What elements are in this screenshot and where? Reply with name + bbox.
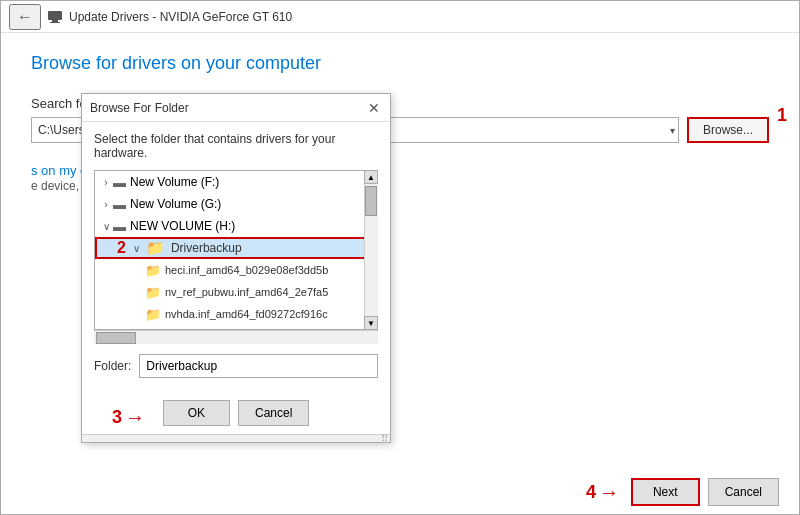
svg-rect-0 [48,11,62,20]
browse-button[interactable]: Browse... [687,117,769,143]
svg-rect-2 [50,22,60,23]
dialog-buttons: 3 → OK Cancel [82,400,390,434]
tree-label-g: New Volume (G:) [130,197,221,211]
dialog-instruction: Select the folder that contains drivers … [94,132,378,160]
tree-item-floppy-f[interactable]: › ▬ New Volume (F:) [95,171,377,193]
drive-icon-h: ▬ [113,219,126,234]
scroll-thumb[interactable] [365,186,377,216]
dialog-resize[interactable]: ⠿ [82,434,390,442]
titlebar: ← Update Drivers - NVIDIA GeForce GT 610 [1,1,799,33]
folder-icon-nvhda: 📁 [145,307,161,322]
annotation-4-arrow: → [599,481,619,504]
tree-wrapper: › ▬ New Volume (F:) › ▬ New Volume (G:) … [94,170,378,330]
tree-label-f: New Volume (F:) [130,175,219,189]
dialog-body: Select the folder that contains drivers … [82,122,390,388]
folder-icon-nv: 📁 [145,285,161,300]
scroll-down-btn[interactable]: ▼ [364,316,378,330]
page-heading: Browse for drivers on your computer [31,53,769,74]
dialog-cancel-button[interactable]: Cancel [238,400,309,426]
drive-icon-g: ▬ [113,197,126,212]
next-button[interactable]: Next [631,478,700,506]
annotation-4: 4 → [586,481,619,504]
expand-icon-g[interactable]: › [99,199,113,210]
browse-wrapper: Browse... 1 [687,117,769,143]
tree-label-h: NEW VOLUME (H:) [130,219,235,233]
folder-icon-driverbackup: 📁 [146,239,165,257]
annotation-1: 1 [777,105,787,126]
svg-rect-1 [52,20,58,22]
expand-icon-f[interactable]: › [99,177,113,188]
tree-item-driverbackup[interactable]: 2 ∨ 📁 Driverbackup [95,237,377,259]
main-content: Browse for drivers on your computer Sear… [1,33,799,470]
folder-icon-nvstush: 📁 [145,329,161,331]
bottom-action-area: 4 → Next Cancel [1,470,799,514]
cancel-button[interactable]: Cancel [708,478,779,506]
tree-item-nvhda[interactable]: 📁 nvhda.inf_amd64_fd09272cf916c [95,303,377,325]
tree-scrollbar[interactable]: ▲ ▼ [364,170,378,330]
dialog-titlebar: Browse For Folder ✕ [82,94,390,122]
resize-grip-icon: ⠿ [381,433,388,444]
tree-item-floppy-g[interactable]: › ▬ New Volume (G:) [95,193,377,215]
tree-label-heci: heci.inf_amd64_b029e08ef3dd5b [165,264,328,276]
dialog-close-button[interactable]: ✕ [366,100,382,116]
tree-label-driverbackup: Driverbackup [171,241,242,255]
expand-icon-h[interactable]: ∨ [99,221,113,232]
annotation-3: 3 → [112,406,145,429]
annotation-4-num: 4 [586,482,596,503]
tree-item-floppy-h[interactable]: ∨ ▬ NEW VOLUME (H:) [95,215,377,237]
tree-item-nvstush[interactable]: 📁 nvstush.inf_amd64_13f03aeef86l [95,325,377,330]
expand-icon-driverbackup[interactable]: ∨ [130,243,144,254]
tree-label-nvhda: nvhda.inf_amd64_fd09272cf916c [165,308,328,320]
tree-container[interactable]: › ▬ New Volume (F:) › ▬ New Volume (G:) … [94,170,378,330]
folder-row: Folder: [94,354,378,378]
folder-icon-heci: 📁 [145,263,161,278]
dialog-ok-button[interactable]: OK [163,400,230,426]
tree-item-heci[interactable]: 📁 heci.inf_amd64_b029e08ef3dd5b [95,259,377,281]
folder-input[interactable] [139,354,378,378]
folder-label: Folder: [94,359,131,373]
back-button[interactable]: ← [9,4,41,30]
annotation-3-arrow: → [125,406,145,429]
browse-folder-dialog: Browse For Folder ✕ Select the folder th… [81,93,391,443]
scroll-up-btn[interactable]: ▲ [364,170,378,184]
tree-hscroll[interactable] [94,330,378,344]
tree-label-nv: nv_ref_pubwu.inf_amd64_2e7fa5 [165,286,328,298]
tree-item-nv[interactable]: 📁 nv_ref_pubwu.inf_amd64_2e7fa5 [95,281,377,303]
hscroll-thumb[interactable] [96,332,136,344]
window-title: Update Drivers - NVIDIA GeForce GT 610 [69,10,292,24]
annotation-2-num: 2 [117,239,126,257]
drive-icon-f: ▬ [113,175,126,190]
device-icon [47,9,63,25]
dialog-title: Browse For Folder [90,101,189,115]
main-window: ← Update Drivers - NVIDIA GeForce GT 610… [0,0,800,515]
annotation-3-num: 3 [112,407,122,428]
